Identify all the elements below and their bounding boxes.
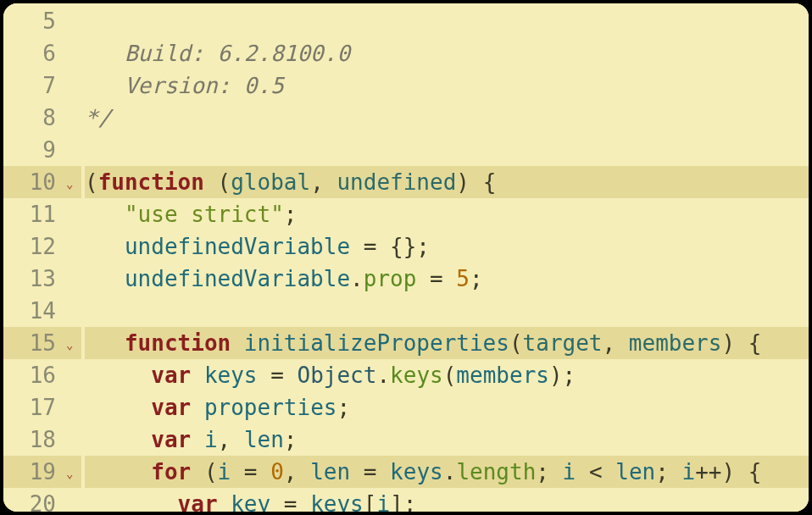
line-number: 15 <box>3 327 64 359</box>
code-token: length <box>456 459 536 485</box>
line-number: 20 <box>3 488 64 515</box>
line-number: 6 <box>3 37 64 69</box>
code-token: Version: 0.5 <box>85 73 284 98</box>
code-token: function <box>125 330 231 356</box>
code-token: , <box>310 169 336 195</box>
line-number: 11 <box>3 198 64 230</box>
code-token: "use strict" <box>125 202 284 227</box>
code-line[interactable]: var properties; <box>85 391 809 424</box>
chevron-down-icon[interactable]: ⌄ <box>66 339 73 351</box>
chevron-down-icon[interactable]: ⌄ <box>66 468 73 479</box>
code-token: i <box>563 459 576 485</box>
code-line[interactable]: "use strict"; <box>85 198 809 230</box>
line-number: 19 <box>3 456 64 488</box>
code-token: ; <box>284 427 298 452</box>
code-line[interactable]: var key = keys[i]; <box>85 488 809 512</box>
code-area[interactable]: Build: 6.2.8100.0 Version: 0.5*/(functio… <box>81 3 809 512</box>
code-token: keys <box>390 459 443 485</box>
code-token: = <box>258 363 298 388</box>
code-token: 0 <box>270 459 284 485</box>
code-token <box>191 427 204 452</box>
code-token: len <box>244 427 284 452</box>
fold-gutter: ⌄⌄⌄ <box>64 3 81 512</box>
code-token: */ <box>85 105 111 130</box>
code-line[interactable]: undefinedVariable = {}; <box>85 230 809 263</box>
code-token: Build: 6.2.8100.0 <box>85 41 350 66</box>
code-token: keys <box>310 491 364 512</box>
code-token <box>85 427 151 452</box>
code-token: key <box>231 491 270 512</box>
fold-cell <box>64 424 81 456</box>
code-token: , <box>603 330 629 356</box>
code-token: , <box>218 427 244 452</box>
code-token: ] <box>390 491 403 512</box>
code-line[interactable] <box>85 5 809 37</box>
code-line[interactable] <box>85 295 809 327</box>
code-token: = <box>350 234 390 259</box>
code-token: i <box>682 459 696 485</box>
fold-cell[interactable]: ⌄ <box>64 166 81 198</box>
code-token <box>85 395 151 420</box>
code-token <box>218 491 231 512</box>
fold-cell <box>64 5 81 37</box>
line-number: 16 <box>3 359 64 391</box>
code-token <box>191 363 204 388</box>
code-token: len <box>615 459 655 485</box>
code-token: global <box>231 169 310 195</box>
code-token: ( <box>191 459 217 485</box>
code-token: , <box>284 459 310 485</box>
code-token: ; <box>284 202 298 227</box>
code-line[interactable]: function initializeProperties(target, me… <box>85 327 809 359</box>
code-line[interactable]: for (i = 0, len = keys.length; i < len; … <box>85 456 809 488</box>
code-token <box>85 363 151 388</box>
code-token: < <box>576 459 615 485</box>
code-token: . <box>350 266 364 291</box>
chevron-down-icon[interactable]: ⌄ <box>66 178 73 190</box>
code-token: ; <box>563 363 576 388</box>
fold-cell[interactable]: ⌄ <box>64 456 81 488</box>
code-line[interactable]: Version: 0.5 <box>85 69 809 102</box>
code-token: ( <box>204 169 231 195</box>
code-line[interactable]: undefinedVariable.prop = 5; <box>85 263 809 295</box>
code-line[interactable]: var keys = Object.keys(members); <box>85 359 809 391</box>
code-line[interactable] <box>85 134 809 166</box>
code-line[interactable]: Build: 6.2.8100.0 <box>85 37 809 69</box>
code-token: initializeProperties <box>244 330 509 356</box>
code-token: . <box>376 363 390 388</box>
code-editor[interactable]: 567891011121314151617181920 ⌄⌄⌄ Build: 6… <box>0 0 812 515</box>
code-token: var <box>178 491 218 512</box>
code-token: ( <box>443 363 457 388</box>
line-number: 8 <box>3 102 64 134</box>
line-number: 10 <box>3 166 64 198</box>
code-token: keys <box>390 363 443 388</box>
code-token: ) { <box>721 330 761 356</box>
fold-cell <box>64 488 81 515</box>
code-token: var <box>151 363 191 388</box>
code-line[interactable]: */ <box>85 102 809 134</box>
fold-cell <box>64 102 81 134</box>
code-token: ; <box>536 459 562 485</box>
code-token: ( <box>509 330 523 356</box>
code-token: i <box>204 427 218 452</box>
code-token: function <box>98 169 204 195</box>
code-token: {} <box>390 234 416 259</box>
fold-cell[interactable]: ⌄ <box>64 327 81 359</box>
fold-cell <box>64 295 81 327</box>
code-token: members <box>456 363 549 388</box>
line-number: 12 <box>3 230 64 263</box>
line-number: 13 <box>3 263 64 295</box>
code-token <box>191 395 204 420</box>
code-token: = <box>270 491 310 512</box>
code-line[interactable]: var i, len; <box>85 424 809 456</box>
code-token: ++ <box>695 459 721 485</box>
code-line[interactable]: (function (global, undefined) { <box>85 166 809 198</box>
code-token: keys <box>204 363 258 388</box>
code-token: ; <box>416 234 430 259</box>
fold-cell <box>64 391 81 424</box>
code-token: undefinedVariable <box>125 234 350 259</box>
code-token: ; <box>403 491 417 512</box>
code-token: ( <box>85 169 98 195</box>
code-token: [ <box>364 491 377 512</box>
fold-cell <box>64 37 81 69</box>
code-token: var <box>151 395 191 420</box>
